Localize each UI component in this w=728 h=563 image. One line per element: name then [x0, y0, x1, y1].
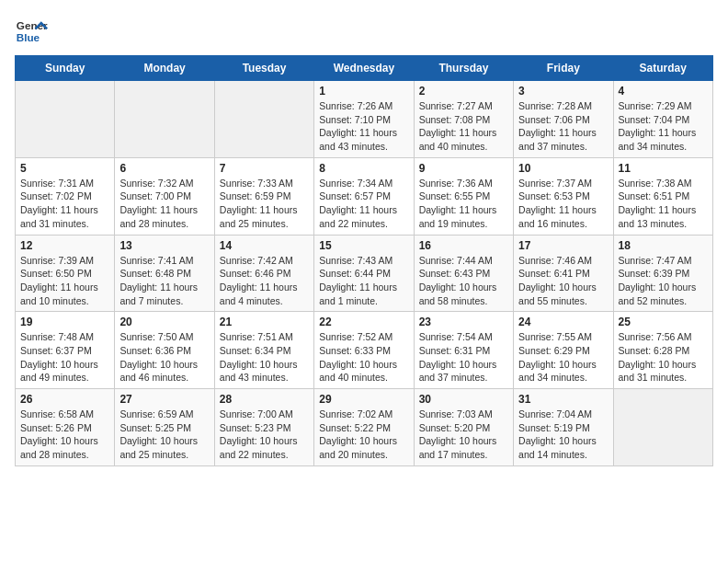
day-number: 31	[518, 393, 608, 406]
calendar-cell	[115, 81, 214, 158]
day-number: 7	[220, 162, 309, 175]
calendar-cell: 29Sunrise: 7:02 AM Sunset: 5:22 PM Dayli…	[314, 389, 414, 466]
day-info: Sunrise: 7:44 AM Sunset: 6:43 PM Dayligh…	[419, 254, 508, 308]
day-number: 26	[20, 393, 109, 406]
day-info: Sunrise: 7:39 AM Sunset: 6:50 PM Dayligh…	[20, 254, 109, 308]
day-info: Sunrise: 7:34 AM Sunset: 6:57 PM Dayligh…	[319, 177, 408, 231]
day-number: 12	[20, 239, 109, 252]
calendar-cell: 25Sunrise: 7:56 AM Sunset: 6:28 PM Dayli…	[613, 312, 712, 389]
calendar-cell: 16Sunrise: 7:44 AM Sunset: 6:43 PM Dayli…	[414, 235, 513, 312]
calendar-cell: 15Sunrise: 7:43 AM Sunset: 6:44 PM Dayli…	[314, 235, 414, 312]
calendar-cell: 27Sunrise: 6:59 AM Sunset: 5:25 PM Dayli…	[115, 389, 214, 466]
day-info: Sunrise: 7:31 AM Sunset: 7:02 PM Dayligh…	[20, 177, 109, 231]
weekday-header-tuesday: Tuesday	[214, 56, 313, 81]
weekday-header-saturday: Saturday	[613, 56, 712, 81]
day-info: Sunrise: 7:27 AM Sunset: 7:08 PM Dayligh…	[419, 99, 508, 154]
calendar-cell: 5Sunrise: 7:31 AM Sunset: 7:02 PM Daylig…	[16, 157, 115, 235]
day-info: Sunrise: 7:42 AM Sunset: 6:46 PM Dayligh…	[220, 254, 309, 308]
day-number: 14	[220, 239, 309, 252]
day-info: Sunrise: 7:00 AM Sunset: 5:23 PM Dayligh…	[220, 408, 309, 462]
day-info: Sunrise: 7:29 AM Sunset: 7:04 PM Dayligh…	[619, 99, 708, 154]
calendar-cell: 22Sunrise: 7:52 AM Sunset: 6:33 PM Dayli…	[314, 312, 414, 389]
logo: General Blue	[15, 15, 48, 48]
calendar-cell: 1Sunrise: 7:26 AM Sunset: 7:10 PM Daylig…	[314, 81, 414, 158]
calendar-cell: 31Sunrise: 7:04 AM Sunset: 5:19 PM Dayli…	[514, 389, 613, 466]
page-header: General Blue	[15, 15, 713, 48]
calendar-cell: 26Sunrise: 6:58 AM Sunset: 5:26 PM Dayli…	[16, 389, 115, 466]
day-info: Sunrise: 7:38 AM Sunset: 6:51 PM Dayligh…	[619, 177, 708, 231]
calendar-cell: 17Sunrise: 7:46 AM Sunset: 6:41 PM Dayli…	[514, 235, 613, 312]
day-info: Sunrise: 6:59 AM Sunset: 5:25 PM Dayligh…	[119, 408, 209, 462]
day-number: 8	[319, 162, 408, 175]
weekday-header-monday: Monday	[115, 56, 214, 81]
day-number: 29	[319, 393, 408, 406]
calendar-cell: 28Sunrise: 7:00 AM Sunset: 5:23 PM Dayli…	[214, 389, 313, 466]
calendar-cell: 12Sunrise: 7:39 AM Sunset: 6:50 PM Dayli…	[16, 235, 115, 312]
day-number: 21	[220, 316, 309, 328]
calendar-week-4: 19Sunrise: 7:48 AM Sunset: 6:37 PM Dayli…	[16, 312, 713, 389]
calendar-cell: 8Sunrise: 7:34 AM Sunset: 6:57 PM Daylig…	[314, 157, 414, 235]
calendar-cell: 24Sunrise: 7:55 AM Sunset: 6:29 PM Dayli…	[514, 312, 613, 389]
day-number: 4	[619, 85, 708, 98]
day-number: 20	[119, 316, 209, 328]
day-number: 18	[619, 239, 708, 252]
calendar-cell: 30Sunrise: 7:03 AM Sunset: 5:20 PM Dayli…	[414, 389, 513, 466]
day-info: Sunrise: 7:43 AM Sunset: 6:44 PM Dayligh…	[319, 254, 408, 308]
calendar-cell: 11Sunrise: 7:38 AM Sunset: 6:51 PM Dayli…	[613, 157, 712, 235]
calendar-cell: 19Sunrise: 7:48 AM Sunset: 6:37 PM Dayli…	[16, 312, 115, 389]
calendar-week-1: 1Sunrise: 7:26 AM Sunset: 7:10 PM Daylig…	[16, 81, 713, 158]
day-number: 2	[419, 85, 508, 98]
day-info: Sunrise: 7:56 AM Sunset: 6:28 PM Dayligh…	[619, 330, 708, 385]
calendar-cell: 3Sunrise: 7:28 AM Sunset: 7:06 PM Daylig…	[514, 81, 613, 158]
calendar-cell: 4Sunrise: 7:29 AM Sunset: 7:04 PM Daylig…	[613, 81, 712, 158]
weekday-header-friday: Friday	[514, 56, 613, 81]
day-number: 30	[419, 393, 508, 406]
day-info: Sunrise: 7:52 AM Sunset: 6:33 PM Dayligh…	[319, 330, 408, 385]
calendar-cell: 13Sunrise: 7:41 AM Sunset: 6:48 PM Dayli…	[115, 235, 214, 312]
day-number: 10	[518, 162, 608, 175]
calendar-cell: 6Sunrise: 7:32 AM Sunset: 7:00 PM Daylig…	[115, 157, 214, 235]
day-info: Sunrise: 7:54 AM Sunset: 6:31 PM Dayligh…	[419, 330, 508, 385]
day-info: Sunrise: 6:58 AM Sunset: 5:26 PM Dayligh…	[20, 408, 109, 462]
calendar-cell: 10Sunrise: 7:37 AM Sunset: 6:53 PM Dayli…	[514, 157, 613, 235]
day-info: Sunrise: 7:32 AM Sunset: 7:00 PM Dayligh…	[119, 177, 209, 231]
day-number: 15	[319, 239, 408, 252]
day-info: Sunrise: 7:46 AM Sunset: 6:41 PM Dayligh…	[518, 254, 608, 308]
day-number: 28	[220, 393, 309, 406]
weekday-header-wednesday: Wednesday	[314, 56, 414, 81]
calendar-week-3: 12Sunrise: 7:39 AM Sunset: 6:50 PM Dayli…	[16, 235, 713, 312]
day-number: 1	[319, 85, 408, 98]
day-info: Sunrise: 7:02 AM Sunset: 5:22 PM Dayligh…	[319, 408, 408, 462]
day-info: Sunrise: 7:28 AM Sunset: 7:06 PM Dayligh…	[518, 99, 608, 154]
day-number: 24	[518, 316, 608, 328]
day-number: 6	[119, 162, 209, 175]
day-info: Sunrise: 7:26 AM Sunset: 7:10 PM Dayligh…	[319, 99, 408, 154]
calendar-week-5: 26Sunrise: 6:58 AM Sunset: 5:26 PM Dayli…	[16, 389, 713, 466]
day-info: Sunrise: 7:37 AM Sunset: 6:53 PM Dayligh…	[518, 177, 608, 231]
calendar-cell	[613, 389, 712, 466]
weekday-header-thursday: Thursday	[414, 56, 513, 81]
day-info: Sunrise: 7:41 AM Sunset: 6:48 PM Dayligh…	[119, 254, 209, 308]
day-info: Sunrise: 7:03 AM Sunset: 5:20 PM Dayligh…	[419, 408, 508, 462]
day-number: 25	[619, 316, 708, 328]
day-number: 11	[619, 162, 708, 175]
weekday-header-sunday: Sunday	[16, 56, 115, 81]
day-info: Sunrise: 7:33 AM Sunset: 6:59 PM Dayligh…	[220, 177, 309, 231]
day-info: Sunrise: 7:04 AM Sunset: 5:19 PM Dayligh…	[518, 408, 608, 462]
logo-icon: General Blue	[15, 15, 48, 48]
day-number: 17	[518, 239, 608, 252]
calendar-cell: 21Sunrise: 7:51 AM Sunset: 6:34 PM Dayli…	[214, 312, 313, 389]
day-info: Sunrise: 7:36 AM Sunset: 6:55 PM Dayligh…	[419, 177, 508, 231]
day-number: 9	[419, 162, 508, 175]
calendar-cell: 20Sunrise: 7:50 AM Sunset: 6:36 PM Dayli…	[115, 312, 214, 389]
day-info: Sunrise: 7:48 AM Sunset: 6:37 PM Dayligh…	[20, 330, 109, 385]
calendar-cell	[16, 81, 115, 158]
calendar-cell: 18Sunrise: 7:47 AM Sunset: 6:39 PM Dayli…	[613, 235, 712, 312]
calendar-table: SundayMondayTuesdayWednesdayThursdayFrid…	[15, 55, 713, 466]
day-number: 5	[20, 162, 109, 175]
day-info: Sunrise: 7:47 AM Sunset: 6:39 PM Dayligh…	[619, 254, 708, 308]
day-number: 23	[419, 316, 508, 328]
day-info: Sunrise: 7:51 AM Sunset: 6:34 PM Dayligh…	[220, 330, 309, 385]
calendar-cell: 23Sunrise: 7:54 AM Sunset: 6:31 PM Dayli…	[414, 312, 513, 389]
calendar-cell: 2Sunrise: 7:27 AM Sunset: 7:08 PM Daylig…	[414, 81, 513, 158]
